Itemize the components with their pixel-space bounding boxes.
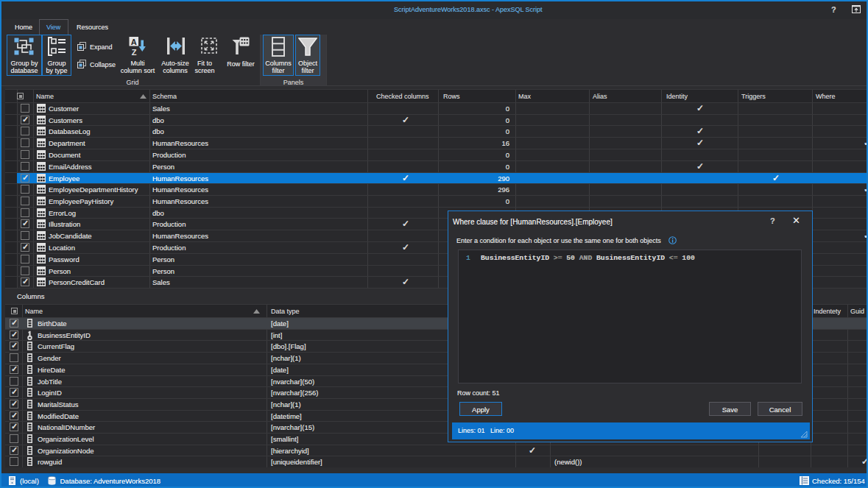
svg-text:Z: Z xyxy=(132,48,137,56)
svg-text:A: A xyxy=(131,38,137,46)
